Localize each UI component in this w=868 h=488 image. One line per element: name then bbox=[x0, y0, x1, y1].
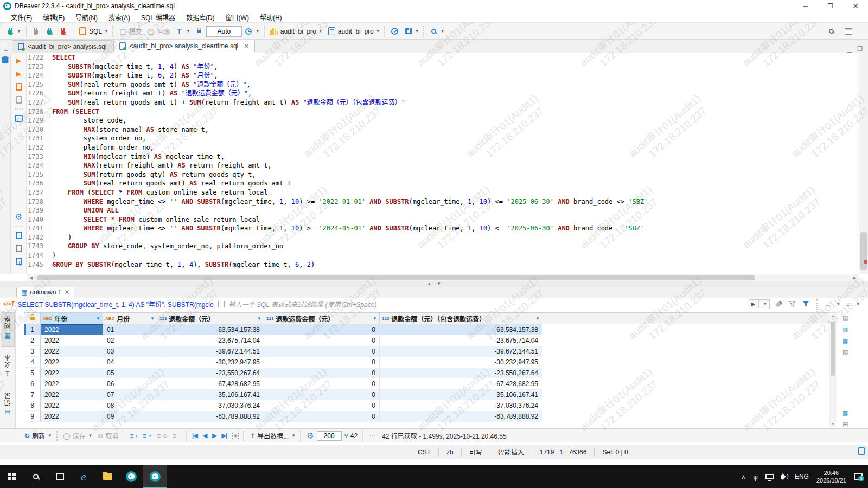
results-tab-close-icon[interactable]: ✕ bbox=[64, 288, 69, 296]
grid-cell[interactable]: -23,550,267.64 bbox=[380, 368, 542, 378]
file-explorer-button[interactable] bbox=[95, 465, 119, 488]
grid-cell[interactable]: 0 bbox=[264, 378, 380, 389]
perspective-icon[interactable] bbox=[844, 27, 853, 36]
grid-scroll-down-icon[interactable]: ▼ bbox=[829, 422, 837, 426]
grid-cell[interactable]: -63,534,157.38 bbox=[380, 324, 542, 335]
grid-cell[interactable]: 2022 bbox=[41, 368, 103, 378]
code-line[interactable]: 1730 MAX(store_name) AS store_name_t, bbox=[27, 125, 858, 134]
usb-icon[interactable]: ψ bbox=[753, 473, 758, 481]
code-line[interactable]: 1733 MIN(mgclear_time) AS mgclear_time_t… bbox=[27, 152, 858, 162]
grid-cell[interactable]: 05 bbox=[103, 368, 157, 378]
menu-item-5[interactable]: 数据库(D) bbox=[181, 12, 220, 22]
tab-close-icon[interactable]: ✕ bbox=[244, 42, 249, 50]
grid-cell[interactable]: 2022 bbox=[41, 357, 103, 368]
code-line[interactable]: 1731 system_order_no, bbox=[27, 134, 858, 143]
grid-cell[interactable]: -37,030,376.24 bbox=[380, 400, 542, 411]
row-number[interactable]: 3 bbox=[24, 346, 41, 357]
results-view-tab-2[interactable]: 记录▤ bbox=[1, 389, 15, 424]
transaction-mode-button[interactable]: T▼ bbox=[173, 25, 193, 38]
editor-results-splitter[interactable]: ▲ ▼ bbox=[0, 281, 868, 287]
fetch-size-input[interactable] bbox=[317, 431, 342, 441]
code-line[interactable]: 1723 SUBSTR(mgclear_time_t, 1, 4) AS "年份… bbox=[27, 62, 858, 72]
metadata-panel-icon[interactable]: ▧ bbox=[843, 349, 848, 355]
explain-plan-icon[interactable] bbox=[14, 95, 24, 104]
code-line[interactable]: 1738 WHERE mgclear_time <> '' AND SUBSTR… bbox=[27, 197, 858, 207]
expand-filter-icon[interactable] bbox=[218, 301, 225, 307]
grid-cell[interactable]: -63,534,157.38 bbox=[157, 324, 264, 335]
menu-item-4[interactable]: SQL 编辑器 bbox=[136, 12, 181, 22]
sql-console-icon[interactable]: >_ bbox=[14, 114, 24, 123]
dbeaver-taskbar-button-active[interactable] bbox=[143, 465, 167, 488]
code-line[interactable]: 1740 SELECT * FROM custom_online_sale_re… bbox=[27, 215, 858, 224]
row-number[interactable]: 8 bbox=[24, 400, 41, 411]
grid-cell[interactable]: -63,789,888.92 bbox=[157, 411, 264, 422]
filter-query-text[interactable]: SELECT SUBSTR(mgclear_time_t, 1, 4) AS "… bbox=[18, 299, 214, 309]
grid-cell[interactable]: 0 bbox=[264, 389, 380, 400]
column-filter-icon[interactable]: ▼ bbox=[150, 316, 155, 321]
grid-cell[interactable]: 0 bbox=[264, 400, 380, 411]
table-row[interactable]: 9202209-63,789,888.920-63,789,888.92 bbox=[24, 411, 829, 422]
calc-panel-icon[interactable]: ▦ bbox=[843, 337, 848, 344]
splitter-down-icon[interactable]: ▼ bbox=[437, 282, 441, 286]
grid-vertical-scrollbar[interactable]: ▲ ▼ bbox=[829, 312, 837, 427]
er-diagram-button[interactable]: ▼ bbox=[401, 25, 422, 38]
menu-item-3[interactable]: 搜索(A) bbox=[103, 12, 136, 22]
grid-cell[interactable]: 2022 bbox=[41, 411, 103, 422]
grid-cell[interactable]: -30,232,947.95 bbox=[157, 357, 264, 368]
grid-cell[interactable]: -37,030,376.24 bbox=[157, 400, 264, 411]
grid-cell[interactable]: 2022 bbox=[41, 400, 103, 411]
code-line[interactable]: 1728FROM (SELECT bbox=[27, 107, 858, 117]
results-view-tab-1[interactable]: 文本T bbox=[1, 351, 15, 384]
menu-item-6[interactable]: 窗口(W) bbox=[220, 12, 254, 22]
sql-editor-button[interactable]: SQL▼ bbox=[76, 25, 111, 38]
code-line[interactable]: 1725 SUM(real_return_goods_amt_t) AS "退款… bbox=[27, 80, 858, 89]
action-center-icon[interactable]: 3 bbox=[854, 473, 863, 480]
code-line[interactable]: 1729 store_code, bbox=[27, 116, 858, 125]
menu-item-2[interactable]: 导航(N) bbox=[70, 12, 103, 22]
code-line[interactable]: 1743 GROUP BY store_code, system_order_n… bbox=[27, 242, 858, 251]
validate-script-icon[interactable]: ! bbox=[14, 244, 24, 253]
grid-cell[interactable]: 02 bbox=[103, 335, 157, 346]
grid-cell[interactable]: -35,106,167.41 bbox=[157, 389, 264, 400]
volume-icon[interactable] bbox=[781, 475, 784, 479]
column-header-1[interactable]: ABC月份▼ bbox=[103, 313, 157, 324]
notifications-icon[interactable] bbox=[858, 447, 865, 455]
commit-button[interactable]: ▢提交 bbox=[116, 25, 144, 38]
scroll-left-icon[interactable]: ◀ bbox=[27, 275, 35, 280]
close-button[interactable]: ✕ bbox=[843, 0, 868, 12]
grid-cell[interactable]: -63,789,888.92 bbox=[380, 411, 542, 422]
clear-filter-icon[interactable] bbox=[774, 299, 783, 309]
code-line[interactable]: 1741 WHERE mgclear_time <> '' AND SUBSTR… bbox=[27, 224, 858, 233]
refresh-button[interactable]: ↻刷新▼ bbox=[22, 431, 55, 440]
grid-cell[interactable]: -39,672,144.51 bbox=[380, 346, 542, 357]
scroll-right-icon[interactable]: ▶ bbox=[851, 275, 858, 280]
last-row-icon[interactable]: ▶| bbox=[219, 432, 230, 439]
grid-cell[interactable]: 04 bbox=[103, 357, 157, 368]
menu-item-1[interactable]: 编辑(E) bbox=[37, 12, 70, 22]
disconnect-button[interactable]: ✕ bbox=[56, 25, 70, 38]
column-filter-icon[interactable]: ▼ bbox=[96, 316, 100, 321]
schema-selector[interactable]: audit_bi_pro▼ bbox=[325, 25, 382, 38]
minimize-button[interactable]: ─ bbox=[793, 0, 818, 12]
panel-toggle-icon[interactable]: ▤ bbox=[843, 314, 848, 321]
dbeaver-taskbar-button[interactable] bbox=[119, 465, 143, 488]
column-filter-icon[interactable]: ▼ bbox=[257, 316, 261, 321]
row-number[interactable]: 9 bbox=[24, 411, 41, 422]
code-line[interactable]: 1736 SUM(real_return_goods_amt) AS real_… bbox=[27, 179, 858, 188]
maximize-editor-icon[interactable]: ❒ bbox=[857, 46, 863, 53]
internet-explorer-button[interactable]: e bbox=[72, 465, 95, 488]
row-number[interactable]: 4 bbox=[24, 357, 41, 368]
code-line[interactable]: 1744) bbox=[27, 251, 858, 260]
grid-mode-icon[interactable]: ▦ bbox=[843, 409, 848, 416]
column-header-2[interactable]: 123退款金额（元）▼ bbox=[157, 313, 264, 324]
fetch-all-button[interactable]: ⑂42 bbox=[342, 432, 361, 440]
cancel-button[interactable]: ⊠取消 bbox=[95, 431, 121, 440]
table-row[interactable]: 3202203-39,672,144.510-39,672,144.51 bbox=[24, 346, 829, 357]
menu-item-0[interactable]: 文件(F) bbox=[5, 12, 37, 22]
grid-cell[interactable]: 09 bbox=[103, 411, 157, 422]
minimize-editor-icon[interactable]: ▁ bbox=[847, 46, 852, 53]
first-row-icon[interactable]: |◀ bbox=[189, 432, 200, 439]
filter-history-back-icon[interactable]: ← bbox=[825, 300, 831, 308]
grid-cell[interactable]: 2022 bbox=[41, 346, 103, 357]
toolbar-search-button[interactable]: ▼ bbox=[427, 25, 447, 38]
